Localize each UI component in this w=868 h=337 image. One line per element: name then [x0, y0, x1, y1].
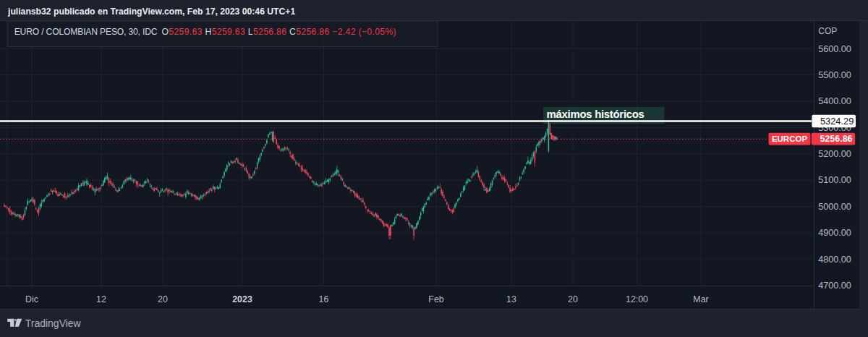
svg-text:Dic: Dic [25, 294, 38, 304]
svg-text:TradingView: TradingView [25, 317, 82, 329]
svg-text:EURO / COLOMBIAN PESO, 30, IDC: EURO / COLOMBIAN PESO, 30, IDC [14, 27, 158, 37]
svg-text:máximos históricos: máximos históricos [547, 108, 644, 120]
svg-text:O5259.63 H5259.63 L5256.86 C52: O5259.63 H5259.63 L5256.86 C5256.86 −2.4… [162, 27, 396, 37]
svg-text:4900.00: 4900.00 [818, 228, 851, 238]
svg-text:5200.00: 5200.00 [818, 149, 851, 159]
svg-text:4700.00: 4700.00 [818, 281, 851, 291]
svg-text:EURCOP: EURCOP [772, 135, 808, 143]
svg-text:5100.00: 5100.00 [818, 175, 851, 185]
svg-text:13: 13 [506, 294, 516, 304]
svg-text:12:00: 12:00 [626, 294, 648, 304]
svg-text:16: 16 [319, 294, 329, 304]
svg-text:juliansb32 publicado en Tradin: juliansb32 publicado en TradingView.com,… [7, 7, 295, 17]
svg-text:12: 12 [96, 294, 106, 304]
svg-text:5600.00: 5600.00 [818, 44, 851, 54]
svg-text:COP: COP [818, 26, 837, 36]
svg-text:5324.29: 5324.29 [820, 116, 854, 127]
svg-text:20: 20 [158, 294, 168, 304]
svg-text:Feb: Feb [428, 294, 443, 304]
svg-text:5400.00: 5400.00 [818, 96, 851, 106]
svg-text:5500.00: 5500.00 [818, 70, 851, 80]
svg-text:5256.86: 5256.86 [820, 134, 852, 144]
svg-text:4800.00: 4800.00 [818, 255, 851, 265]
svg-text:2023: 2023 [232, 294, 252, 304]
svg-text:Mar: Mar [693, 294, 708, 304]
svg-text:20: 20 [568, 294, 578, 304]
svg-text:5000.00: 5000.00 [818, 202, 851, 212]
